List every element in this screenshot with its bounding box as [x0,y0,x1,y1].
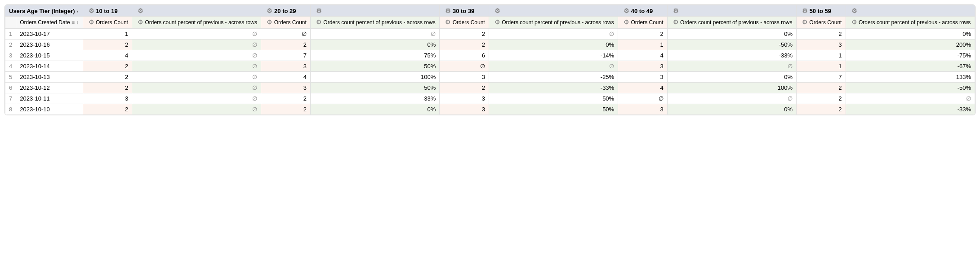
cell-r2-c9: 200% [846,39,975,50]
cell-r8-c6: 3 [618,104,668,115]
gear-icon-col-1019-count[interactable]: ⚙ [89,18,94,26]
cell-r6-c4: 2 [440,83,489,93]
cell-r1-c3: ∅ [311,29,440,39]
cell-r3-c5: -14% [489,50,618,61]
gear-icon-4049[interactable]: ⚙ [624,7,629,14]
row-index-4: 4 [5,61,16,72]
cell-r5-c7: 0% [667,72,796,83]
gear-icon-3039[interactable]: ⚙ [445,7,451,14]
col-label-1019-count: Orders Count [96,19,128,26]
cell-r1-c2: ∅ [261,29,311,39]
row-index-3: 3 [5,50,16,61]
gear-icon-3039-pct[interactable]: ⚙ [494,7,500,14]
cell-r7-c1: ∅ [132,93,261,104]
col-label-3039-count: Orders Count [453,19,485,26]
gear-icon-5059[interactable]: ⚙ [802,7,808,14]
cell-r6-c8: 2 [797,83,846,93]
gear-icon-col-2029-pct[interactable]: ⚙ [316,18,322,26]
cell-r3-c6: 4 [618,50,668,61]
table-row: 52023-10-132∅4100%3-25%30%7133% [5,72,975,83]
cell-r8-c4: 3 [440,104,489,115]
cell-r3-c8: 1 [797,50,846,61]
gear-icon-col-3039-pct[interactable]: ⚙ [494,18,500,26]
gear-icon-col-4049-pct[interactable]: ⚙ [673,18,679,26]
cell-r5-c8: 7 [797,72,846,83]
sub-header-row: Orders Created Date ≡ ↓ ⚙ Orders Count ⚙… [5,17,975,29]
cell-r8-c1: ∅ [132,104,261,115]
row-date-2: 2023-10-16 [16,39,83,50]
cell-r3-c4: 6 [440,50,489,61]
table-row: 42023-10-142∅350%∅∅3∅1-67% [5,61,975,72]
row-date-5: 2023-10-13 [16,72,83,83]
main-table-wrapper: Users Age Tier (Integer) › ⚙ 10 to 19 ⚙ … [4,4,976,115]
cell-r6-c7: 100% [667,83,796,93]
gear-icon-col-1019-pct[interactable]: ⚙ [138,18,143,26]
row-date-4: 2023-10-14 [16,61,83,72]
date-header-label: Orders Created Date [20,19,70,26]
col-label-4049-pct: Orders count percent of previous - acros… [680,19,792,26]
date-header[interactable]: Orders Created Date ≡ ↓ [16,17,83,29]
gear-icon-2029[interactable]: ⚙ [267,7,272,14]
cell-r1-c1: ∅ [132,29,261,39]
tier-header-2029-pct: ⚙ [311,5,440,17]
cell-r1-c5: ∅ [489,29,618,39]
tier-header-1019-pct: ⚙ [132,5,261,17]
col-label-2029-pct: Orders count percent of previous - acros… [323,19,435,26]
row-index-1: 1 [5,29,16,39]
col-header-4049-count: ⚙ Orders Count [618,17,668,29]
cell-r6-c1: ∅ [132,83,261,93]
cell-r1-c6: 2 [618,29,668,39]
cell-r2-c3: 0% [311,39,440,50]
index-header [5,17,16,29]
gear-icon-1019-pct[interactable]: ⚙ [138,7,143,14]
gear-icon-col-4049-count[interactable]: ⚙ [624,18,629,26]
row-index-6: 6 [5,83,16,93]
cell-r5-c2: 4 [261,72,311,83]
tier-header-5059: ⚙ 50 to 59 [797,5,846,17]
col-header-3039-count: ⚙ Orders Count [440,17,489,29]
cell-r2-c2: 2 [261,39,311,50]
gear-icon-2029-pct[interactable]: ⚙ [316,7,322,14]
cell-r8-c7: 0% [667,104,796,115]
chevron-icon[interactable]: › [76,9,78,14]
cell-r1-c7: 0% [667,29,796,39]
row-date-3: 2023-10-15 [16,50,83,61]
data-table: Users Age Tier (Integer) › ⚙ 10 to 19 ⚙ … [5,5,975,115]
gear-icon-4049-pct[interactable]: ⚙ [673,7,679,14]
table-row: 12023-10-171∅∅∅2∅20%20% [5,29,975,39]
cell-r5-c3: 100% [311,72,440,83]
cell-r4-c5: ∅ [489,61,618,72]
cell-r1-c4: 2 [440,29,489,39]
cell-r2-c8: 3 [797,39,846,50]
top-left-header: Users Age Tier (Integer) › [5,5,83,17]
gear-icon-5059-pct[interactable]: ⚙ [851,7,857,14]
row-index-7: 7 [5,93,16,104]
cell-r4-c1: ∅ [132,61,261,72]
cell-r5-c1: ∅ [132,72,261,83]
cell-r8-c2: 2 [261,104,311,115]
tier-header-3039: ⚙ 30 to 39 [440,5,489,17]
cell-r3-c2: 7 [261,50,311,61]
table-row: 72023-10-113∅2-33%350%∅∅2∅ [5,93,975,104]
gear-icon-col-5059-count[interactable]: ⚙ [802,18,808,26]
gear-icon-col-5059-pct[interactable]: ⚙ [851,18,857,26]
sort-icon[interactable]: ≡ ↓ [71,19,79,26]
gear-icon-1019[interactable]: ⚙ [89,7,94,14]
table-row: 22023-10-162∅20%20%1-50%3200% [5,39,975,50]
col-header-1019-pct: ⚙ Orders count percent of previous - acr… [132,17,261,29]
gear-icon-col-2029-count[interactable]: ⚙ [267,18,272,26]
col-label-4049-count: Orders Count [631,19,664,26]
cell-r6-c3: 50% [311,83,440,93]
cell-r7-c9: ∅ [846,93,975,104]
cell-r5-c0: 2 [83,72,132,83]
cell-r3-c7: -33% [667,50,796,61]
cell-r3-c3: 75% [311,50,440,61]
cell-r5-c9: 133% [846,72,975,83]
cell-r8-c8: 2 [797,104,846,115]
gear-icon-col-3039-count[interactable]: ⚙ [445,18,451,26]
cell-r8-c0: 2 [83,104,132,115]
cell-r4-c7: ∅ [667,61,796,72]
tier-label-2029: 20 to 29 [274,8,296,14]
cell-r3-c9: -75% [846,50,975,61]
tier-header-1019: ⚙ 10 to 19 [83,5,132,17]
